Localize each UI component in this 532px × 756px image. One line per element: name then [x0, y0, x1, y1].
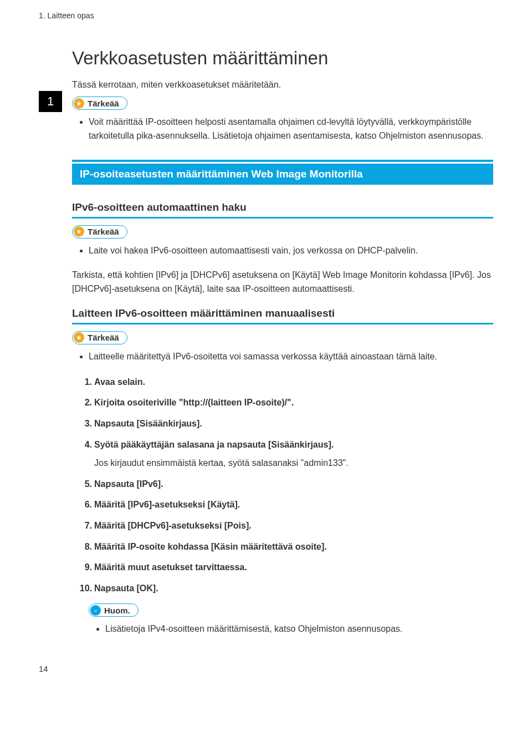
important-badge: Tärkeää	[72, 331, 127, 344]
breadcrumb: 1. Laitteen opas	[39, 11, 493, 20]
step-item: Määritä [DHCPv6]-asetukseksi [Pois].	[94, 519, 493, 533]
subheading-ipv6-manual: Laitteen IPv6-osoitteen määrittäminen ma…	[72, 307, 493, 324]
important-badge: Tärkeää	[72, 97, 127, 110]
step-item: Syötä pääkäyttäjän salasana ja napsauta …	[94, 438, 493, 470]
step-item: Määritä [IPv6]-asetukseksi [Käytä].	[94, 498, 493, 512]
star-icon	[74, 98, 84, 109]
star-icon	[74, 332, 84, 343]
important-label: Tärkeää	[88, 333, 119, 342]
section-heading-text: IP-osoiteasetusten määrittäminen Web Ima…	[72, 164, 493, 185]
intro-text: Tässä kerrotaan, miten verkkoasetukset m…	[72, 80, 493, 90]
chapter-tab: 1	[39, 91, 62, 112]
step-item: Napsauta [Sisäänkirjaus].	[94, 417, 493, 431]
page-title: Verkkoasetusten määrittäminen	[72, 48, 493, 69]
subheading-ipv6-auto: IPv6-osoitteen automaattinen haku	[72, 201, 493, 219]
step-item: Napsauta [OK].	[94, 581, 493, 596]
bullet-text: Lisätietoja IPv4-osoitteen määrittämises…	[105, 622, 493, 636]
bullet-text: Laitteelle määritettyä IPv6-osoitetta vo…	[89, 350, 493, 364]
steps-list: Avaa selain. Kirjoita osoiteriville "htt…	[72, 375, 493, 596]
important-label: Tärkeää	[88, 227, 119, 236]
arrow-down-icon	[90, 605, 101, 616]
note-badge: Huom.	[89, 603, 139, 617]
paragraph: Tarkista, että kohtien [IPv6] ja [DHCPv6…	[72, 268, 493, 296]
section-heading-bar: IP-osoiteasetusten määrittäminen Web Ima…	[72, 160, 493, 185]
important-label: Tärkeää	[88, 99, 119, 108]
step-item: Avaa selain.	[94, 375, 493, 389]
note-label: Huom.	[104, 606, 130, 615]
step-subtext: Jos kirjaudut ensimmäistä kertaa, syötä …	[94, 456, 493, 470]
important-badge: Tärkeää	[72, 225, 127, 239]
step-item: Määritä muut asetukset tarvittaessa.	[94, 560, 493, 575]
page-number: 14	[39, 664, 493, 673]
step-item: Napsauta [IPv6].	[94, 477, 493, 491]
bullet-text: Laite voi hakea IPv6-osoitteen automaatt…	[89, 244, 493, 258]
star-icon	[74, 226, 84, 237]
bullet-text: Voit määrittää IP-osoitteen helposti ase…	[89, 115, 493, 143]
step-item: Kirjoita osoiteriville "http://(laitteen…	[94, 395, 493, 410]
step-item: Määritä IP-osoite kohdassa [Käsin määrit…	[94, 540, 493, 554]
